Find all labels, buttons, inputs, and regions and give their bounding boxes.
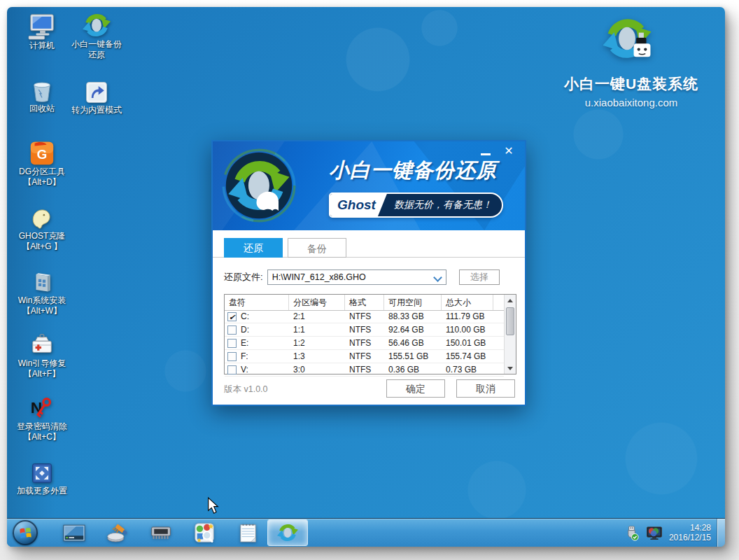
clock-time: 14:28 [669,523,711,533]
row-checkbox[interactable] [227,326,237,335]
desktop-icon-label: 计算机 [29,41,55,51]
window-banner: 小白一键备份还原 Ghost 数据无价，有备无患！ ✕ [213,141,525,230]
taskbar-clock: 14:28 2016/12/15 [669,523,711,542]
restore-file-combobox[interactable]: H:\WIN7_612_x86.GHO [267,270,446,285]
desktop-icon-load-more[interactable]: 加载更多外置 [8,456,76,496]
app-logo-icon [220,146,298,227]
table-scrollbar[interactable] [504,295,516,374]
clock-date: 2016/12/15 [669,533,711,542]
ok-button[interactable]: 确定 [386,379,445,398]
desktop-icon-win-boot-repair[interactable]: Win引导修复 【Alt+F】 [8,329,76,379]
restore-file-label: 还原文件: [224,271,263,284]
desktop-icon-label: GHOST克隆 [19,231,66,241]
partition-table: 盘符 分区编号 格式 可用空间 总大小 ✔C: 2:1 NTFS 88.33 G… [224,294,516,374]
scroll-up-icon[interactable] [505,295,516,306]
computer-icon [27,11,57,41]
desktop-icon-internal-mode[interactable]: 转为内置模式 [63,76,130,115]
scroll-down-icon[interactable] [505,363,516,374]
cancel-button[interactable]: 取消 [456,379,515,398]
ghost-badge-slogan: 数据无价，有备无患！ [387,194,502,216]
col-header-format: 格式 [345,295,384,310]
desktop-icon-password-clear[interactable]: N 登录密码清除 【Alt+C】 [8,392,76,442]
desktop-icon-backup-restore[interactable]: 小白一键备份 还原 [63,10,130,60]
ghost-badge-brand: Ghost [330,194,387,216]
recycle-bin-icon [29,74,55,104]
desktop-icon-label: Win引导修复 [18,358,66,369]
usb-system-logo-icon [546,13,717,73]
usb-device-icon[interactable] [624,525,640,541]
backup-restore-window: 小白一键备份还原 Ghost 数据无价，有备无患！ ✕ 还原 备份 还原文件: … [211,140,526,406]
windows-flag-icon [19,526,32,540]
table-row[interactable]: ✔C: 2:1 NTFS 88.33 GB 111.79 GB [225,310,504,323]
row-checkbox[interactable]: ✔ [227,312,237,321]
desktop-icon-label2: 【Alt+G 】 [22,241,62,252]
backup-restore-icon [83,10,111,39]
table-body: ✔C: 2:1 NTFS 88.33 GB 111.79 GB D: 1:1 N… [225,310,504,374]
display-settings-icon[interactable] [645,525,663,541]
svg-text:G: G [37,147,48,162]
brand-logo: 小白一键U盘装系统 u.xiaobaixitong.com [546,13,717,108]
memory-chip-icon[interactable] [150,522,172,544]
taskbar-active-app-backup-restore[interactable] [267,519,308,546]
desktop-icon-label2: 【Alt+C】 [23,432,61,442]
desktop-icon-label2: 【Alt+D】 [23,177,61,188]
tab-restore[interactable]: 还原 [224,238,283,258]
backup-restore-icon [277,522,298,543]
restore-file-value: H:\WIN7_612_x86.GHO [272,272,366,282]
desktop-icon-label: DG分区工具 [19,167,65,177]
desktop-icon-label: Win系统安装 [18,295,66,306]
desktop-icon-ghost-clone[interactable]: GHOST克隆 【Alt+G 】 [8,202,76,252]
desktop-icon-label2: 【Alt+F】 [24,369,60,379]
col-header-drive: 盘符 [225,295,289,310]
table-row[interactable]: V: 3:0 NTFS 0.36 GB 0.73 GB [225,363,504,377]
desktop-icon-label: 登录密码清除 [17,421,67,432]
desktop-icon-label2: 还原 [88,50,105,60]
taskbar: 14:28 2016/12/15 [7,518,725,547]
scrollbar-thumb[interactable] [506,307,514,335]
desktop-icon-label: 加载更多外置 [17,486,67,496]
start-button[interactable] [13,520,38,545]
shortcut-arrow-icon [84,76,109,105]
tab-bar: 还原 备份 [224,238,346,258]
chevron-down-icon[interactable] [433,273,442,282]
row-checkbox[interactable] [227,339,237,348]
col-header-free: 可用空间 [384,295,442,310]
brand-url: u.xiaobaixitong.com [546,97,717,108]
notepad-icon[interactable] [237,522,259,544]
nt-key-icon: N [29,392,55,421]
expand-arrows-icon [29,456,55,486]
col-header-partition: 分区编号 [289,295,345,310]
dg-partition-icon: G [29,137,55,167]
software-box-icon [30,266,54,295]
desktop-icon-label: 回收站 [29,104,55,114]
toolbox-icon [29,329,55,358]
desktop-icon-label: 转为内置模式 [71,105,122,115]
table-row[interactable]: E: 1:2 NTFS 56.46 GB 150.01 GB [225,337,504,350]
row-checkbox[interactable] [227,365,237,374]
table-row[interactable]: F: 1:3 NTFS 155.51 GB 155.74 GB [225,350,504,363]
wallpaper-app-icon[interactable] [63,522,85,544]
table-header: 盘符 分区编号 格式 可用空间 总大小 [225,295,504,311]
tab-backup[interactable]: 备份 [288,238,346,258]
col-header-total: 总大小 [442,295,493,310]
show-desktop-button[interactable] [717,519,725,547]
version-label: 版本 v1.0.0 [224,384,268,396]
disk-cleanup-icon[interactable] [106,522,129,544]
taskbar-icons [63,522,259,544]
select-file-button[interactable]: 选择 [459,270,500,285]
restore-file-row: 还原文件: H:\WIN7_612_x86.GHO 选择 [224,269,516,286]
desktop-icon-label2: 【Alt+W】 [22,306,62,316]
close-icon[interactable]: ✕ [501,144,516,158]
minimize-icon[interactable] [479,147,493,158]
image-editor-icon[interactable] [193,522,216,544]
col-header-filler [493,295,504,310]
system-tray: 14:28 2016/12/15 [624,519,711,547]
brand-title: 小白一键U盘装系统 [546,74,717,94]
table-row[interactable]: D: 1:1 NTFS 92.64 GB 110.00 GB [225,323,504,337]
desktop-icon-label: 小白一键备份 [71,39,122,50]
desktop-icon-dg-partition-tool[interactable]: G DG分区工具 【Alt+D】 [8,137,76,188]
desktop-icon-win-install[interactable]: Win系统安装 【Alt+W】 [8,266,76,316]
row-checkbox[interactable] [227,352,237,361]
ghost-icon [29,202,55,231]
ghost-badge: Ghost 数据无价，有备无患！ [329,192,503,218]
